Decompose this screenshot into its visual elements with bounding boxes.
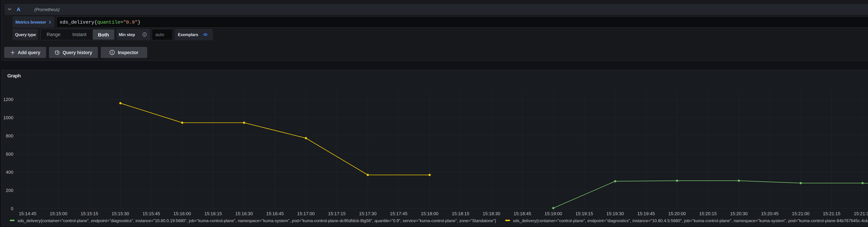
- svg-text:15:19:30: 15:19:30: [607, 211, 624, 216]
- svg-text:15:18:30: 15:18:30: [483, 211, 500, 216]
- svg-text:1000: 1000: [3, 115, 13, 120]
- svg-text:15:18:45: 15:18:45: [514, 211, 531, 216]
- svg-text:15:18:00: 15:18:00: [421, 211, 438, 216]
- svg-text:15:19:15: 15:19:15: [576, 211, 593, 216]
- svg-text:15:15:00: 15:15:00: [50, 211, 67, 216]
- svg-text:15:15:45: 15:15:45: [143, 211, 160, 216]
- svg-text:15:14:45: 15:14:45: [19, 211, 36, 216]
- svg-text:15:21:15: 15:21:15: [823, 211, 840, 216]
- svg-text:15:16:00: 15:16:00: [174, 211, 191, 216]
- svg-text:0: 0: [11, 206, 13, 211]
- svg-text:15:16:15: 15:16:15: [204, 211, 222, 216]
- svg-text:15:19:45: 15:19:45: [637, 211, 655, 216]
- svg-text:15:17:00: 15:17:00: [297, 211, 315, 216]
- svg-text:15:20:15: 15:20:15: [699, 211, 717, 216]
- svg-text:15:16:45: 15:16:45: [266, 211, 284, 216]
- svg-text:15:21:30: 15:21:30: [854, 211, 868, 216]
- svg-text:15:19:00: 15:19:00: [545, 211, 562, 216]
- svg-text:15:18:15: 15:18:15: [452, 211, 469, 216]
- svg-text:15:17:30: 15:17:30: [359, 211, 376, 216]
- svg-text:15:20:30: 15:20:30: [730, 211, 748, 216]
- svg-text:400: 400: [6, 169, 13, 175]
- svg-text:15:15:15: 15:15:15: [81, 211, 98, 216]
- svg-text:15:17:45: 15:17:45: [390, 211, 407, 216]
- svg-text:15:17:15: 15:17:15: [328, 211, 346, 216]
- svg-text:15:21:00: 15:21:00: [792, 211, 809, 216]
- svg-text:15:16:30: 15:16:30: [235, 211, 253, 216]
- svg-text:15:20:45: 15:20:45: [761, 211, 779, 216]
- svg-text:800: 800: [6, 133, 13, 138]
- svg-text:15:15:30: 15:15:30: [112, 211, 129, 216]
- svg-text:600: 600: [6, 152, 13, 157]
- svg-text:1200: 1200: [3, 97, 13, 102]
- svg-text:200: 200: [6, 188, 13, 193]
- svg-text:15:20:00: 15:20:00: [668, 211, 686, 216]
